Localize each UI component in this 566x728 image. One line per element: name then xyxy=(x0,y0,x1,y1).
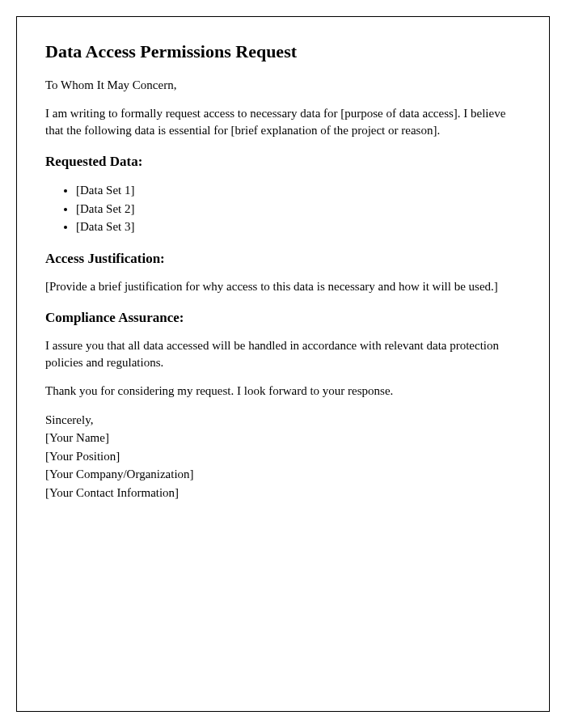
closing-paragraph: Thank you for considering my request. I … xyxy=(45,383,521,400)
signature-block: Sincerely, [Your Name] [Your Position] [… xyxy=(45,411,521,502)
document-title: Data Access Permissions Request xyxy=(45,41,521,62)
signature-valediction: Sincerely, xyxy=(45,411,521,430)
list-item: [Data Set 2] xyxy=(76,200,521,218)
salutation: To Whom It May Concern, xyxy=(45,77,521,94)
list-item: [Data Set 1] xyxy=(76,181,521,200)
signature-name: [Your Name] xyxy=(45,429,521,447)
signature-position: [Your Position] xyxy=(45,447,521,466)
list-item: [Data Set 3] xyxy=(76,218,521,236)
intro-paragraph: I am writing to formally request access … xyxy=(45,105,521,139)
justification-body: [Provide a brief justification for why a… xyxy=(45,278,521,295)
document-frame: Data Access Permissions Request To Whom … xyxy=(16,16,550,712)
compliance-heading: Compliance Assurance: xyxy=(45,310,521,326)
requested-data-list: [Data Set 1] [Data Set 2] [Data Set 3] xyxy=(76,181,521,236)
compliance-body: I assure you that all data accessed will… xyxy=(45,337,521,371)
signature-organization: [Your Company/Organization] xyxy=(45,465,521,484)
signature-contact: [Your Contact Information] xyxy=(45,484,521,502)
justification-heading: Access Justification: xyxy=(45,251,521,267)
requested-data-heading: Requested Data: xyxy=(45,154,521,170)
